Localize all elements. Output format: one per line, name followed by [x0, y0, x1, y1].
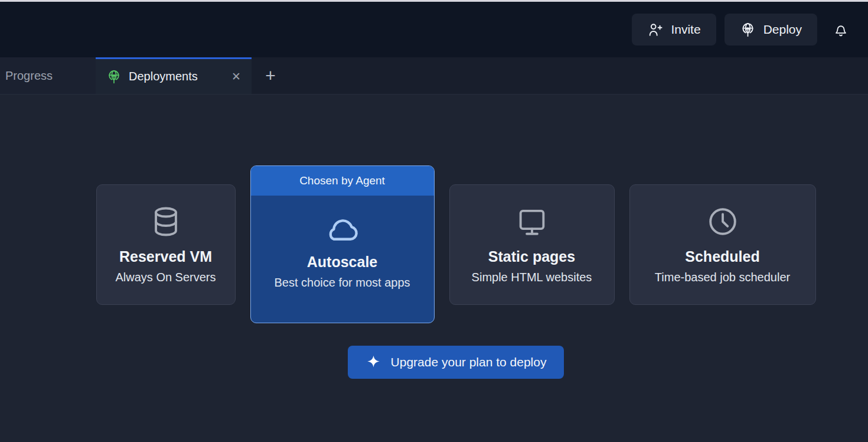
deploy-button[interactable]: Deploy [725, 14, 817, 46]
plus-icon: + [265, 66, 276, 86]
card-title: Reserved VM [119, 248, 212, 265]
card-reserved-vm[interactable]: Reserved VM Always On Servers [96, 184, 236, 305]
card-subtitle: Best choice for most apps [274, 276, 410, 290]
tab-progress-label: Progress [5, 69, 53, 83]
person-plus-icon [647, 22, 663, 38]
card-scheduled[interactable]: Scheduled Time-based job scheduler [629, 184, 816, 305]
invite-button-label: Invite [671, 22, 700, 37]
invite-button[interactable]: Invite [632, 14, 716, 46]
deployments-panel: Reserved VM Always On Servers Chosen by … [0, 95, 868, 442]
chosen-by-agent-banner: Chosen by Agent [251, 166, 434, 196]
deploy-button-label: Deploy [763, 22, 802, 37]
notifications-bell-icon[interactable] [833, 21, 849, 38]
tab-deployments[interactable]: Deployments ✕ [96, 57, 252, 94]
upgrade-plan-button-label: Upgrade your plan to deploy [391, 355, 547, 369]
card-title: Autoscale [307, 254, 377, 271]
deploy-globe-icon [740, 22, 756, 38]
card-title: Scheduled [685, 248, 759, 265]
card-subtitle: Always On Servers [115, 271, 216, 284]
cloud-icon [323, 213, 362, 244]
card-title: Static pages [488, 248, 575, 265]
tab-deployments-label: Deployments [129, 70, 198, 83]
deployment-type-cards: Reserved VM Always On Servers Chosen by … [96, 165, 816, 323]
sparkle-icon [366, 355, 381, 370]
tab-progress[interactable]: Progress [0, 57, 96, 94]
database-icon [149, 204, 183, 239]
topbar: Invite Deploy [0, 2, 868, 57]
close-tab-icon[interactable]: ✕ [231, 71, 241, 82]
upgrade-plan-button[interactable]: Upgrade your plan to deploy [348, 346, 564, 379]
new-tab-button[interactable]: + [257, 57, 283, 94]
deploy-globe-icon [106, 69, 122, 84]
tab-bar: Progress Deployments ✕ + [0, 57, 868, 95]
card-subtitle: Simple HTML websites [472, 271, 592, 284]
monitor-icon [515, 204, 549, 239]
clock-icon [706, 204, 740, 239]
card-subtitle: Time-based job scheduler [655, 271, 790, 284]
card-static-pages[interactable]: Static pages Simple HTML websites [449, 184, 615, 305]
card-autoscale[interactable]: Chosen by Agent Autoscale Best choice fo… [250, 165, 435, 323]
